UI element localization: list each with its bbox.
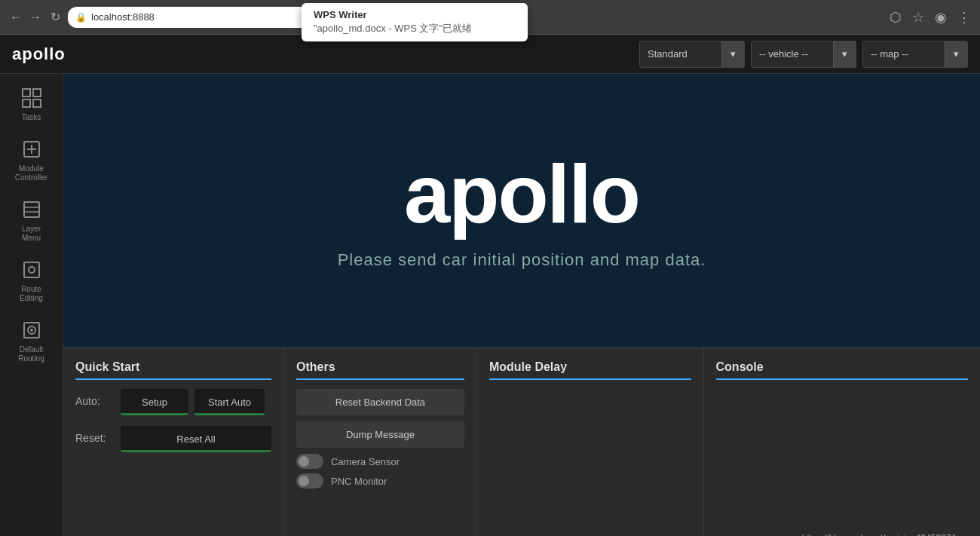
map-area: apollo Please send car initial position …	[63, 74, 980, 348]
reset-all-button[interactable]: Reset All	[121, 426, 271, 452]
mode-select[interactable]: Standard ▾	[639, 41, 745, 68]
svg-rect-3	[33, 100, 41, 107]
auto-row: Auto: Setup Start Auto	[75, 389, 271, 415]
svg-rect-10	[24, 262, 39, 277]
forward-button[interactable]: →	[29, 11, 42, 24]
main-layout: Tasks ModuleController	[0, 74, 980, 536]
svg-rect-1	[33, 89, 41, 96]
bookmark-icon[interactable]: ☆	[912, 9, 924, 26]
map-subtitle: Please send car initial position and map…	[338, 250, 706, 270]
mode-dropdown-arrow: ▾	[721, 41, 744, 68]
profile-icon[interactable]: ◉	[935, 9, 947, 26]
svg-rect-7	[24, 202, 39, 217]
svg-rect-0	[23, 89, 30, 96]
sidebar-item-default-routing[interactable]: DefaultRouting	[5, 312, 59, 369]
reset-label: Reset:	[75, 426, 113, 444]
module-controller-icon	[20, 137, 44, 161]
svg-point-11	[29, 267, 35, 273]
auto-btn-group: Setup Start Auto	[121, 389, 271, 415]
route-editing-icon	[20, 258, 44, 282]
auto-btn-row: Setup Start Auto	[121, 389, 271, 415]
toast-body: "apollo_md.docx - WPS 文字"已就绪	[314, 22, 516, 35]
header-controls: Standard ▾ -- vehicle -- ▾ -- map -- ▾	[639, 41, 968, 68]
sidebar-item-route-editing[interactable]: RouteEditing	[5, 252, 59, 309]
reload-button[interactable]: ↻	[48, 11, 62, 24]
pnc-monitor-toggle[interactable]	[296, 473, 323, 489]
vehicle-select[interactable]: -- vehicle -- ▾	[751, 41, 856, 68]
sidebar-item-layer-menu[interactable]: LayerMenu	[5, 191, 59, 249]
camera-sensor-row: Camera Sensor	[296, 454, 464, 469]
module-controller-label: ModuleController	[15, 164, 47, 182]
setup-button[interactable]: Setup	[121, 389, 188, 415]
layer-menu-icon	[20, 198, 44, 222]
browser-right-icons: ⬡ ☆ ◉ ⋮	[890, 9, 971, 26]
url-text: localhost:8888	[91, 11, 155, 23]
default-routing-label: DefaultRouting	[18, 345, 44, 363]
camera-sensor-toggle[interactable]	[296, 454, 323, 469]
console-content: https://blog.csdn.net/weixin_42453374	[716, 389, 968, 536]
camera-sensor-label: Camera Sensor	[331, 456, 400, 467]
vehicle-dropdown-arrow: ▾	[833, 41, 856, 68]
others-section: Others Reset Backend Data Dump Message C…	[284, 348, 477, 536]
dump-message-button[interactable]: Dump Message	[296, 421, 464, 448]
cast-icon[interactable]: ⬡	[890, 9, 902, 26]
pnc-monitor-row: PNC Monitor	[296, 473, 464, 489]
apollo-logo: apollo	[12, 44, 66, 64]
default-routing-icon	[20, 318, 44, 342]
pnc-monitor-label: PNC Monitor	[331, 476, 387, 487]
module-delay-section: Module Delay	[477, 348, 704, 536]
app-container: apollo Standard ▾ -- vehicle -- ▾ -- map…	[0, 35, 980, 536]
module-delay-title: Module Delay	[489, 360, 691, 380]
auto-label: Auto:	[75, 389, 113, 407]
start-auto-button[interactable]: Start Auto	[194, 389, 265, 415]
apollo-big-logo: apollo	[404, 152, 639, 235]
console-section: Console https://blog.csdn.net/weixin_424…	[704, 348, 980, 536]
reset-row: Reset: Reset All	[75, 426, 271, 452]
console-link[interactable]: https://blog.csdn.net/weixin_42453374	[802, 533, 956, 536]
quick-start-section: Quick Start Auto: Setup Start Auto Reset…	[63, 348, 284, 536]
svg-rect-2	[23, 100, 30, 107]
tasks-icon	[20, 86, 44, 110]
others-title: Others	[296, 360, 464, 380]
lock-icon: 🔒	[75, 12, 87, 23]
map-dropdown-arrow: ▾	[945, 41, 967, 68]
sidebar: Tasks ModuleController	[0, 74, 63, 536]
svg-point-14	[30, 329, 33, 332]
tasks-label: Tasks	[22, 113, 41, 122]
menu-icon[interactable]: ⋮	[957, 9, 971, 26]
back-button[interactable]: ←	[9, 11, 23, 24]
route-editing-label: RouteEditing	[20, 285, 43, 303]
console-title: Console	[716, 360, 968, 380]
toast-notification: WPS Writer "apollo_md.docx - WPS 文字"已就绪	[302, 3, 528, 41]
reset-backend-button[interactable]: Reset Backend Data	[296, 389, 464, 415]
map-select[interactable]: -- map -- ▾	[862, 41, 968, 68]
sidebar-item-module-controller[interactable]: ModuleController	[5, 131, 59, 188]
toast-title: WPS Writer	[314, 9, 516, 20]
quick-start-title: Quick Start	[75, 360, 271, 380]
sidebar-item-tasks[interactable]: Tasks	[5, 80, 59, 128]
content-area: apollo Please send car initial position …	[63, 74, 980, 536]
bottom-panel: Quick Start Auto: Setup Start Auto Reset…	[63, 348, 980, 536]
layer-menu-label: LayerMenu	[22, 225, 41, 243]
